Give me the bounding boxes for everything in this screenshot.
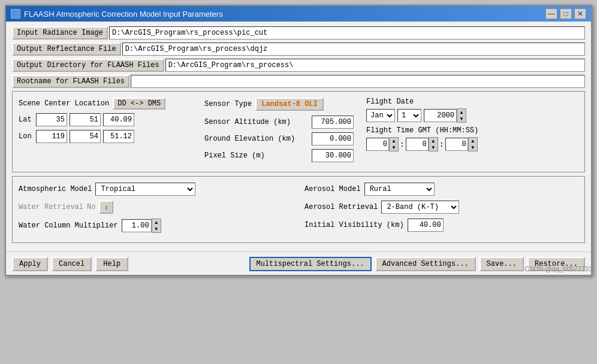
flight-day-select[interactable]: 123	[397, 109, 421, 122]
dd-dms-button[interactable]: DD <-> DMS	[113, 98, 165, 110]
water-retrieval-row: Water Retrieval No ↕	[19, 201, 293, 214]
output-directory-button[interactable]: Output Directory for FLAASH Files	[12, 59, 164, 72]
cancel-button[interactable]: Cancel	[52, 257, 92, 271]
input-radiance-field[interactable]	[109, 26, 585, 40]
aerosol-model-label: Aerosol Model	[304, 185, 361, 193]
window-title: FLAASH Atmospheric Correction Model Inpu…	[24, 10, 223, 19]
flight-month-select[interactable]: JanFebMar AprMayJun JulAugSep OctNovDec	[366, 109, 395, 122]
minimize-button[interactable]: —	[545, 8, 557, 19]
lon-min-input[interactable]	[70, 130, 101, 143]
wcm-spin: ▲ ▼	[122, 219, 161, 233]
aerosol-model-row: Aerosol Model Rural Urban Maritime Tropo…	[304, 183, 578, 196]
minute-up-button[interactable]: ▲	[429, 138, 438, 144]
ground-elevation-row: Ground Elevation (km)	[204, 132, 360, 145]
flight-time-row: ▲ ▼ : ▲ ▼ :	[366, 137, 486, 151]
sensor-type-label: Sensor Type	[204, 100, 252, 108]
initial-visibility-label: Initial Visibility (km)	[304, 221, 404, 229]
help-button[interactable]: Help	[95, 257, 128, 271]
watermark: CSDN @qq_60577733	[524, 265, 592, 272]
title-bar: FLAASH Atmospheric Correction Model Inpu…	[6, 6, 591, 22]
advanced-button[interactable]: Advanced Settings...	[375, 257, 476, 271]
input-radiance-row: Input Radiance Image	[12, 26, 585, 40]
atmo-model-label: Atmospheric Model	[19, 185, 92, 193]
initial-visibility-row: Initial Visibility (km)	[304, 219, 578, 232]
flight-year-spin: ▲ ▼	[424, 108, 466, 123]
flight-second-spin: ▲ ▼	[445, 137, 478, 151]
lat-sec-input[interactable]	[103, 113, 134, 126]
second-up-button[interactable]: ▲	[469, 138, 477, 144]
save-button[interactable]: Save...	[480, 257, 524, 271]
pixel-size-label: Pixel Size (m)	[204, 151, 309, 160]
maximize-button[interactable]: □	[560, 8, 572, 19]
flight-hour-input[interactable]	[366, 138, 389, 151]
wcm-input[interactable]	[122, 219, 152, 232]
aerosol-model-select[interactable]: Rural Urban Maritime Tropospheric	[364, 183, 435, 196]
lon-row: Lon	[19, 130, 198, 143]
scene-location-label: Scene Center Location	[19, 99, 109, 108]
flight-minute-spin: ▲ ▼	[406, 137, 438, 151]
flight-year-input[interactable]	[424, 109, 457, 122]
output-directory-field[interactable]	[165, 59, 585, 72]
flight-hour-spin: ▲ ▼	[366, 137, 399, 151]
time-sep-2: :	[439, 140, 444, 149]
app-icon	[11, 9, 20, 19]
flight-second-input[interactable]	[445, 138, 468, 151]
rootname-row: Rootname for FLAASH Files	[12, 75, 585, 88]
altitude-row: Sensor Altitude (km)	[204, 116, 360, 129]
year-down-button[interactable]: ▼	[457, 116, 466, 122]
scene-panel: Scene Center Location DD <-> DMS Lat Lon	[12, 91, 585, 172]
flight-time-label: Flight Time GMT (HH:MM:SS)	[366, 126, 486, 135]
hour-up-button[interactable]: ▲	[390, 138, 398, 144]
time-sep-1: :	[400, 140, 405, 149]
rootname-field[interactable]	[131, 75, 585, 88]
pixel-size-input[interactable]	[312, 149, 354, 162]
atmo-model-row: Atmospheric Model Tropical Mid-Latitude …	[19, 183, 293, 196]
aerosol-retrieval-select[interactable]: 2-Band (K-T) None	[381, 201, 459, 214]
wcm-row: Water Column Multiplier ▲ ▼	[19, 219, 293, 233]
output-reflectance-row: Output Reflectance File	[12, 43, 585, 56]
water-retrieval-value: No	[87, 203, 95, 211]
altitude-input[interactable]	[312, 116, 354, 129]
output-reflectance-button[interactable]: Output Reflectance File	[12, 43, 121, 56]
altitude-label: Sensor Altitude (km)	[204, 118, 309, 126]
sensor-type-row: Sensor Type Landsat-8 OLI	[204, 98, 360, 111]
water-retrieval-toggle[interactable]: ↕	[99, 201, 113, 214]
flight-date-label: Flight Date	[366, 98, 486, 106]
flight-date-row: JanFebMar AprMayJun JulAugSep OctNovDec …	[366, 108, 486, 123]
bottom-bar: Apply Cancel Help Multispectral Settings…	[6, 251, 591, 275]
wcm-down-button[interactable]: ▼	[152, 226, 161, 232]
lon-label: Lon	[19, 132, 34, 141]
lon-deg-input[interactable]	[36, 130, 67, 143]
lat-deg-input[interactable]	[36, 113, 67, 126]
ground-elevation-input[interactable]	[312, 132, 354, 145]
lat-label: Lat	[19, 116, 34, 124]
aerosol-retrieval-label: Aerosol Retrieval	[304, 203, 378, 211]
ground-elevation-label: Ground Elevation (km)	[204, 135, 309, 143]
close-button[interactable]: ✕	[574, 8, 586, 19]
aerosol-retrieval-row: Aerosol Retrieval 2-Band (K-T) None	[304, 201, 578, 214]
sensor-type-button[interactable]: Landsat-8 OLI	[255, 98, 324, 111]
minute-down-button[interactable]: ▼	[429, 144, 438, 151]
apply-button[interactable]: Apply	[12, 257, 48, 271]
initial-visibility-input[interactable]	[408, 219, 444, 232]
lat-row: Lat	[19, 113, 198, 126]
pixel-size-row: Pixel Size (m)	[204, 149, 360, 162]
multispectral-button[interactable]: Multispectral Settings...	[249, 257, 372, 271]
input-radiance-button[interactable]: Input Radiance Image	[12, 26, 108, 40]
year-up-button[interactable]: ▲	[457, 109, 466, 116]
second-down-button[interactable]: ▼	[469, 144, 477, 151]
output-reflectance-field[interactable]	[122, 43, 585, 56]
rootname-button[interactable]: Rootname for FLAASH Files	[12, 75, 129, 88]
hour-down-button[interactable]: ▼	[390, 144, 398, 151]
wcm-up-button[interactable]: ▲	[152, 219, 161, 226]
output-directory-row: Output Directory for FLAASH Files	[12, 59, 585, 72]
water-retrieval-label: Water Retrieval	[19, 203, 83, 211]
wcm-label: Water Column Multiplier	[19, 222, 118, 230]
lon-sec-input[interactable]	[103, 130, 134, 143]
flight-minute-input[interactable]	[406, 138, 429, 151]
atmo-model-select[interactable]: Tropical Mid-Latitude Summer Mid-Latitud…	[95, 183, 195, 196]
lat-min-input[interactable]	[70, 113, 101, 126]
atmospheric-panel: Atmospheric Model Tropical Mid-Latitude …	[12, 176, 585, 243]
